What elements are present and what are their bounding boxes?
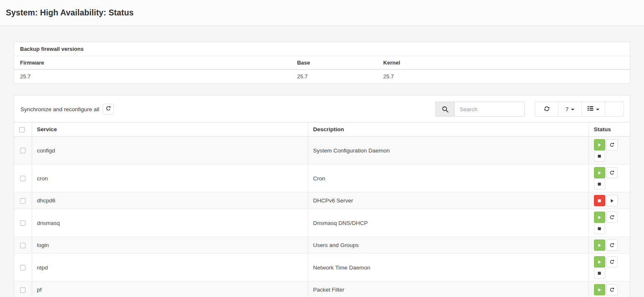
versions-col-firmware: Firmware — [14, 56, 291, 70]
services-table-body: configdSystem Configuration DaemoncronCr… — [14, 137, 630, 297]
service-cell: dhcpd6 — [32, 192, 308, 209]
kernel-version: 25.7 — [377, 70, 630, 83]
table-row: pfPacket Filter — [14, 282, 630, 297]
toolbar-empty-button[interactable] — [605, 102, 624, 116]
stop-button[interactable] — [594, 150, 605, 162]
restart-icon — [609, 287, 614, 292]
restart-button[interactable] — [606, 139, 618, 150]
restart-button[interactable] — [606, 284, 618, 295]
status-column-header: Status — [589, 122, 630, 137]
content-area: Backup firewall versions Firmware Base K… — [0, 26, 644, 297]
table-row: loginUsers and Groups — [14, 237, 630, 254]
service-cell: ntpd — [32, 254, 308, 282]
page-title: System: High Availability: Status — [6, 8, 133, 17]
start-button[interactable] — [594, 256, 605, 267]
table-options-group: 7 — [535, 102, 624, 117]
description-cell: System Configuration Daemon — [308, 137, 589, 165]
description-cell: Cron — [308, 165, 589, 192]
row-select-cell — [14, 165, 32, 192]
service-cell: pf — [32, 282, 308, 297]
panel-gap — [14, 84, 630, 95]
row-checkbox[interactable] — [20, 220, 25, 226]
status-cell — [589, 192, 630, 209]
description-column-header: Description — [308, 122, 589, 137]
refresh-table-button[interactable] — [535, 102, 558, 116]
row-checkbox[interactable] — [20, 148, 25, 153]
sync-label: Synchronize and reconfigure all — [20, 106, 99, 112]
search-input[interactable] — [454, 102, 525, 117]
row-select-cell — [14, 137, 32, 165]
start-button[interactable] — [606, 195, 618, 206]
toolbar-right: 7 — [435, 102, 624, 117]
sync-all-button[interactable] — [103, 104, 114, 115]
stop-button[interactable] — [594, 195, 605, 206]
status-cell — [589, 209, 630, 237]
stop-icon — [597, 271, 602, 276]
service-cell: login — [32, 237, 308, 254]
row-checkbox[interactable] — [20, 176, 25, 181]
status-cell — [589, 165, 630, 192]
restart-icon — [609, 260, 614, 265]
row-select-cell — [14, 254, 32, 282]
start-button[interactable] — [594, 139, 605, 150]
play-icon — [597, 215, 602, 220]
start-button[interactable] — [594, 212, 605, 223]
row-select-cell — [14, 209, 32, 237]
table-row: cronCron — [14, 165, 630, 192]
row-checkbox[interactable] — [20, 243, 25, 248]
restart-button[interactable] — [606, 167, 618, 178]
restart-button[interactable] — [606, 240, 618, 251]
start-button[interactable] — [594, 240, 605, 251]
base-version: 25.7 — [291, 70, 377, 83]
stop-button[interactable] — [594, 267, 605, 279]
description-cell: Network Time Daemon — [308, 254, 589, 282]
play-icon — [597, 243, 602, 248]
rotate-right-icon — [106, 106, 111, 112]
versions-table: Firmware Base Kernel 25.7 25.7 25.7 — [14, 56, 630, 83]
versions-col-kernel: Kernel — [377, 56, 630, 70]
stop-button[interactable] — [594, 223, 605, 234]
play-icon — [609, 198, 614, 203]
row-checkbox[interactable] — [20, 287, 25, 293]
caret-down-icon — [571, 109, 574, 110]
play-icon — [597, 260, 602, 265]
row-select-cell — [14, 282, 32, 297]
start-button[interactable] — [594, 167, 605, 178]
page-size-dropdown[interactable]: 7 — [558, 102, 582, 116]
columns-dropdown[interactable] — [582, 102, 605, 116]
start-button[interactable] — [594, 284, 605, 295]
description-cell: Users and Groups — [308, 237, 589, 254]
status-cell — [589, 254, 630, 282]
page-size-value: 7 — [566, 106, 569, 112]
play-icon — [597, 287, 602, 292]
row-checkbox[interactable] — [20, 198, 25, 204]
versions-col-base: Base — [291, 56, 377, 70]
service-cell: dnsmasq — [32, 209, 308, 237]
description-cell: Packet Filter — [308, 282, 589, 297]
table-row: dnsmasqDnsmasq DNS/DHCP — [14, 209, 630, 237]
row-select-cell — [14, 192, 32, 209]
service-cell: cron — [32, 165, 308, 192]
restart-icon — [609, 142, 614, 147]
restart-button[interactable] — [606, 256, 618, 267]
caret-down-icon — [596, 109, 599, 110]
restart-button[interactable] — [606, 212, 618, 223]
columns-list-icon — [587, 106, 594, 112]
services-toolbar: Synchronize and reconfigure all — [14, 95, 630, 122]
refresh-icon — [544, 106, 550, 113]
services-header-row: Service Description Status — [14, 122, 630, 137]
service-cell: configd — [32, 137, 308, 165]
search-icon — [435, 102, 454, 117]
stop-icon — [597, 226, 602, 231]
page-header: System: High Availability: Status — [0, 0, 644, 26]
status-cell — [589, 237, 630, 254]
status-cell — [589, 137, 630, 165]
sync-section: Synchronize and reconfigure all — [20, 104, 114, 115]
row-checkbox[interactable] — [20, 265, 25, 270]
stop-icon — [597, 198, 602, 203]
select-all-checkbox[interactable] — [19, 127, 25, 132]
search-group — [435, 102, 525, 117]
play-icon — [597, 142, 602, 147]
stop-icon — [597, 182, 602, 187]
stop-button[interactable] — [594, 178, 605, 190]
